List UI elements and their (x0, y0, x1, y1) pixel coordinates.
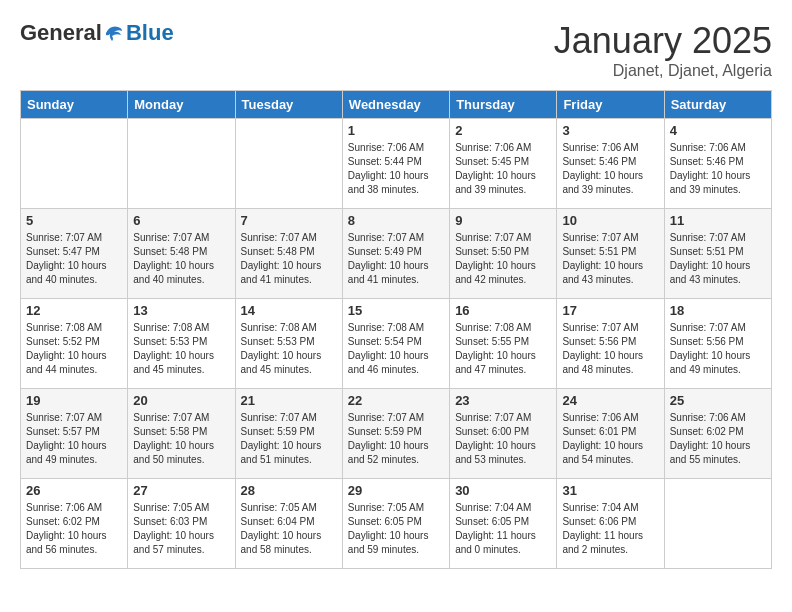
day-info: Sunrise: 7:07 AM Sunset: 5:57 PM Dayligh… (26, 411, 122, 467)
logo-general-text: General (20, 20, 102, 46)
weekday-header-wednesday: Wednesday (342, 91, 449, 119)
day-number: 29 (348, 483, 444, 498)
day-info: Sunrise: 7:05 AM Sunset: 6:04 PM Dayligh… (241, 501, 337, 557)
day-info: Sunrise: 7:06 AM Sunset: 5:45 PM Dayligh… (455, 141, 551, 197)
day-info: Sunrise: 7:08 AM Sunset: 5:52 PM Dayligh… (26, 321, 122, 377)
day-number: 24 (562, 393, 658, 408)
day-number: 15 (348, 303, 444, 318)
calendar-cell: 19Sunrise: 7:07 AM Sunset: 5:57 PM Dayli… (21, 389, 128, 479)
day-number: 13 (133, 303, 229, 318)
day-number: 27 (133, 483, 229, 498)
logo-bird-icon (104, 23, 124, 43)
day-number: 2 (455, 123, 551, 138)
weekday-header-saturday: Saturday (664, 91, 771, 119)
day-number: 30 (455, 483, 551, 498)
day-number: 5 (26, 213, 122, 228)
day-number: 28 (241, 483, 337, 498)
calendar-cell: 22Sunrise: 7:07 AM Sunset: 5:59 PM Dayli… (342, 389, 449, 479)
day-number: 21 (241, 393, 337, 408)
calendar-cell: 20Sunrise: 7:07 AM Sunset: 5:58 PM Dayli… (128, 389, 235, 479)
calendar-cell: 13Sunrise: 7:08 AM Sunset: 5:53 PM Dayli… (128, 299, 235, 389)
day-number: 14 (241, 303, 337, 318)
day-info: Sunrise: 7:04 AM Sunset: 6:06 PM Dayligh… (562, 501, 658, 557)
calendar-cell: 18Sunrise: 7:07 AM Sunset: 5:56 PM Dayli… (664, 299, 771, 389)
location: Djanet, Djanet, Algeria (554, 62, 772, 80)
day-info: Sunrise: 7:07 AM Sunset: 5:56 PM Dayligh… (670, 321, 766, 377)
day-number: 20 (133, 393, 229, 408)
calendar-cell: 12Sunrise: 7:08 AM Sunset: 5:52 PM Dayli… (21, 299, 128, 389)
day-info: Sunrise: 7:06 AM Sunset: 6:02 PM Dayligh… (670, 411, 766, 467)
logo-blue-text: Blue (126, 20, 174, 46)
day-number: 4 (670, 123, 766, 138)
calendar-cell: 25Sunrise: 7:06 AM Sunset: 6:02 PM Dayli… (664, 389, 771, 479)
day-number: 26 (26, 483, 122, 498)
title-block: January 2025 Djanet, Djanet, Algeria (554, 20, 772, 80)
day-info: Sunrise: 7:07 AM Sunset: 5:49 PM Dayligh… (348, 231, 444, 287)
day-info: Sunrise: 7:06 AM Sunset: 5:46 PM Dayligh… (562, 141, 658, 197)
day-number: 11 (670, 213, 766, 228)
day-number: 12 (26, 303, 122, 318)
day-info: Sunrise: 7:07 AM Sunset: 5:59 PM Dayligh… (348, 411, 444, 467)
week-row-3: 12Sunrise: 7:08 AM Sunset: 5:52 PM Dayli… (21, 299, 772, 389)
day-info: Sunrise: 7:07 AM Sunset: 5:47 PM Dayligh… (26, 231, 122, 287)
weekday-header-sunday: Sunday (21, 91, 128, 119)
day-info: Sunrise: 7:06 AM Sunset: 6:02 PM Dayligh… (26, 501, 122, 557)
weekday-header-friday: Friday (557, 91, 664, 119)
day-number: 3 (562, 123, 658, 138)
calendar-cell: 16Sunrise: 7:08 AM Sunset: 5:55 PM Dayli… (450, 299, 557, 389)
weekday-header-row: SundayMondayTuesdayWednesdayThursdayFrid… (21, 91, 772, 119)
day-info: Sunrise: 7:07 AM Sunset: 5:56 PM Dayligh… (562, 321, 658, 377)
day-number: 22 (348, 393, 444, 408)
calendar-cell: 27Sunrise: 7:05 AM Sunset: 6:03 PM Dayli… (128, 479, 235, 569)
calendar-cell (21, 119, 128, 209)
day-info: Sunrise: 7:07 AM Sunset: 5:51 PM Dayligh… (562, 231, 658, 287)
calendar-cell: 23Sunrise: 7:07 AM Sunset: 6:00 PM Dayli… (450, 389, 557, 479)
weekday-header-monday: Monday (128, 91, 235, 119)
calendar-cell: 8Sunrise: 7:07 AM Sunset: 5:49 PM Daylig… (342, 209, 449, 299)
calendar-cell (664, 479, 771, 569)
calendar-cell: 24Sunrise: 7:06 AM Sunset: 6:01 PM Dayli… (557, 389, 664, 479)
calendar-cell (128, 119, 235, 209)
calendar-cell: 17Sunrise: 7:07 AM Sunset: 5:56 PM Dayli… (557, 299, 664, 389)
day-info: Sunrise: 7:08 AM Sunset: 5:55 PM Dayligh… (455, 321, 551, 377)
week-row-4: 19Sunrise: 7:07 AM Sunset: 5:57 PM Dayli… (21, 389, 772, 479)
page-header: General Blue January 2025 Djanet, Djanet… (20, 20, 772, 80)
day-info: Sunrise: 7:08 AM Sunset: 5:53 PM Dayligh… (133, 321, 229, 377)
day-number: 16 (455, 303, 551, 318)
day-info: Sunrise: 7:05 AM Sunset: 6:05 PM Dayligh… (348, 501, 444, 557)
calendar-cell: 15Sunrise: 7:08 AM Sunset: 5:54 PM Dayli… (342, 299, 449, 389)
calendar-cell: 11Sunrise: 7:07 AM Sunset: 5:51 PM Dayli… (664, 209, 771, 299)
day-info: Sunrise: 7:07 AM Sunset: 5:58 PM Dayligh… (133, 411, 229, 467)
day-number: 18 (670, 303, 766, 318)
calendar-cell: 26Sunrise: 7:06 AM Sunset: 6:02 PM Dayli… (21, 479, 128, 569)
calendar-cell: 5Sunrise: 7:07 AM Sunset: 5:47 PM Daylig… (21, 209, 128, 299)
calendar-cell: 7Sunrise: 7:07 AM Sunset: 5:48 PM Daylig… (235, 209, 342, 299)
calendar-cell: 10Sunrise: 7:07 AM Sunset: 5:51 PM Dayli… (557, 209, 664, 299)
weekday-header-thursday: Thursday (450, 91, 557, 119)
week-row-2: 5Sunrise: 7:07 AM Sunset: 5:47 PM Daylig… (21, 209, 772, 299)
calendar-cell: 4Sunrise: 7:06 AM Sunset: 5:46 PM Daylig… (664, 119, 771, 209)
day-number: 19 (26, 393, 122, 408)
calendar-cell: 28Sunrise: 7:05 AM Sunset: 6:04 PM Dayli… (235, 479, 342, 569)
day-number: 6 (133, 213, 229, 228)
day-number: 8 (348, 213, 444, 228)
weekday-header-tuesday: Tuesday (235, 91, 342, 119)
calendar-cell (235, 119, 342, 209)
calendar-cell: 6Sunrise: 7:07 AM Sunset: 5:48 PM Daylig… (128, 209, 235, 299)
calendar-cell: 31Sunrise: 7:04 AM Sunset: 6:06 PM Dayli… (557, 479, 664, 569)
day-number: 10 (562, 213, 658, 228)
day-number: 17 (562, 303, 658, 318)
calendar-cell: 30Sunrise: 7:04 AM Sunset: 6:05 PM Dayli… (450, 479, 557, 569)
day-info: Sunrise: 7:04 AM Sunset: 6:05 PM Dayligh… (455, 501, 551, 557)
calendar-cell: 2Sunrise: 7:06 AM Sunset: 5:45 PM Daylig… (450, 119, 557, 209)
day-info: Sunrise: 7:06 AM Sunset: 5:44 PM Dayligh… (348, 141, 444, 197)
day-info: Sunrise: 7:05 AM Sunset: 6:03 PM Dayligh… (133, 501, 229, 557)
day-info: Sunrise: 7:07 AM Sunset: 5:51 PM Dayligh… (670, 231, 766, 287)
calendar-cell: 14Sunrise: 7:08 AM Sunset: 5:53 PM Dayli… (235, 299, 342, 389)
day-info: Sunrise: 7:08 AM Sunset: 5:53 PM Dayligh… (241, 321, 337, 377)
day-info: Sunrise: 7:07 AM Sunset: 5:59 PM Dayligh… (241, 411, 337, 467)
week-row-5: 26Sunrise: 7:06 AM Sunset: 6:02 PM Dayli… (21, 479, 772, 569)
day-info: Sunrise: 7:06 AM Sunset: 6:01 PM Dayligh… (562, 411, 658, 467)
calendar-cell: 21Sunrise: 7:07 AM Sunset: 5:59 PM Dayli… (235, 389, 342, 479)
calendar-cell: 9Sunrise: 7:07 AM Sunset: 5:50 PM Daylig… (450, 209, 557, 299)
